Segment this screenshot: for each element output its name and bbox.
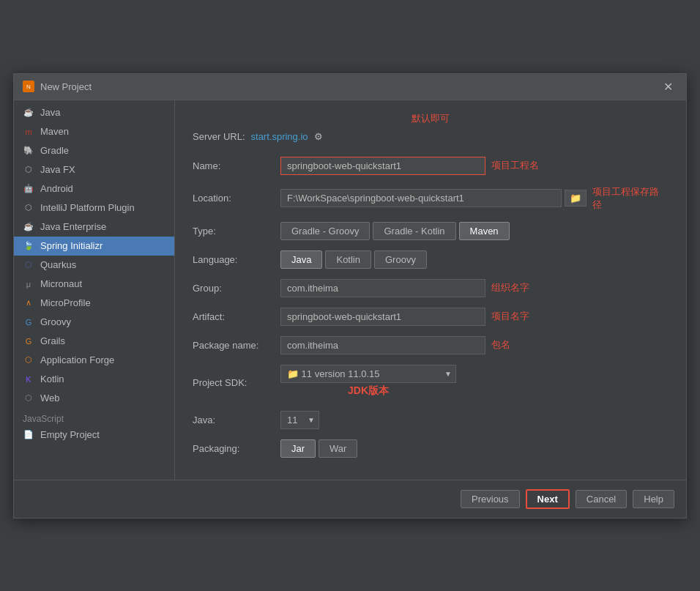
artifact-input[interactable] [280,308,485,326]
folder-button[interactable]: 📁 [565,190,587,207]
previous-button[interactable]: Previous [461,490,520,508]
sidebar: ☕JavamMaven🐘Gradle⬡Java FX🤖Android⬡Intel… [14,100,175,480]
intellij-icon: ⬡ [23,202,34,214]
server-url-link[interactable]: start.spring.io [251,131,308,142]
sidebar-item-maven[interactable]: mMaven [14,122,174,141]
sidebar-item-android[interactable]: 🤖Android [14,179,174,198]
sidebar-section-javascript: JavaScript [14,408,174,425]
quarkus-icon: ⬡ [23,259,34,271]
type-maven[interactable]: Maven [459,222,510,240]
android-icon: 🤖 [23,183,34,195]
sidebar-item-quarkus[interactable]: ⬡Quarkus [14,256,174,275]
sidebar-item-java[interactable]: ☕Java [14,103,174,122]
sidebar-label-groovy: Groovy [40,316,71,327]
location-input[interactable] [280,189,562,207]
sdk-select-wrapper: 📁 11 version 11.0.15 [280,365,456,383]
sidebar-label-gradle: Gradle [40,145,69,156]
next-button[interactable]: Next [526,489,570,509]
title-bar: N New Project ✕ [14,74,686,100]
artifact-annotation: 项目名字 [491,310,529,323]
gradle-icon: 🐘 [23,145,34,157]
sidebar-item-grails[interactable]: GGrails [14,332,174,351]
sidebar-item-microprofile[interactable]: ∧MicroProfile [14,294,174,313]
location-annotation: 项目工程保存路径 [592,185,669,212]
language-button-group: Java Kotlin Groovy [280,250,427,269]
artifact-field-wrapper: 项目名字 [280,308,669,326]
javafx-icon: ⬡ [23,164,34,176]
main-content: 默认即可 Server URL: start.spring.io ⚙ Name:… [175,100,686,480]
jdk-annotation: JDK版本 [280,384,456,398]
server-url-row: Server URL: start.spring.io ⚙ [193,131,669,142]
packaging-button-group: Jar War [280,439,357,458]
sidebar-item-groovy[interactable]: GGroovy [14,313,174,332]
maven-icon: m [23,126,34,138]
group-input[interactable] [280,279,485,297]
location-label: Location: [193,193,280,204]
group-annotation: 组织名字 [491,281,529,294]
appforge-icon: ⬡ [23,354,34,366]
sidebar-label-appforge: Application Forge [40,354,114,365]
sidebar-item-kotlin[interactable]: KKotlin [14,370,174,389]
package-field-wrapper: 包名 [280,336,669,354]
packaging-jar[interactable]: Jar [280,439,316,458]
help-button[interactable]: Help [633,490,674,508]
sdk-select[interactable]: 📁 11 version 11.0.15 [280,365,456,383]
groovy-icon: G [23,316,34,328]
server-url-label: Server URL: [193,131,245,142]
sidebar-item-micronaut[interactable]: μMicronaut [14,275,174,294]
new-project-dialog: N New Project ✕ ☕JavamMaven🐘Gradle⬡Java … [13,73,687,518]
name-label: Name: [193,160,280,171]
sidebar-label-enterprise: Java Enterprise [40,221,106,232]
microprofile-icon: ∧ [23,297,34,309]
java-row: Java: 11 17 [193,411,669,429]
sidebar-item-spring[interactable]: 🍃Spring Initializr [14,237,174,256]
sidebar-label-maven: Maven [40,126,69,137]
java-select[interactable]: 11 17 [280,411,319,429]
sidebar-label-microprofile: MicroProfile [40,297,91,308]
language-java[interactable]: Java [280,250,322,269]
language-groovy[interactable]: Groovy [374,250,427,269]
package-label: Package name: [193,340,280,351]
packaging-label: Packaging: [193,443,280,454]
sidebar-item-enterprise[interactable]: ☕Java Enterprise [14,218,174,237]
empty-icon: 📄 [23,429,34,441]
packaging-row: Packaging: Jar War [193,439,669,458]
sidebar-item-javafx[interactable]: ⬡Java FX [14,160,174,179]
java-icon: ☕ [23,107,34,119]
close-button[interactable]: ✕ [659,78,677,95]
sidebar-item-web[interactable]: ⬡Web [14,389,174,408]
location-field-wrapper: 📁 项目工程保存路径 [280,185,669,212]
dialog-body: ☕JavamMaven🐘Gradle⬡Java FX🤖Android⬡Intel… [14,100,686,480]
name-row: Name: 项目工程名 [193,157,669,175]
svg-text:N: N [26,83,31,90]
type-gradle-kotlin[interactable]: Gradle - Kotlin [373,222,455,240]
artifact-row: Artifact: 项目名字 [193,308,669,326]
language-kotlin[interactable]: Kotlin [325,250,371,269]
sidebar-label-android: Android [40,183,73,194]
gear-icon[interactable]: ⚙ [314,131,323,142]
sidebar-item-empty[interactable]: 📄Empty Project [14,425,174,445]
sidebar-label-javafx: Java FX [40,164,75,175]
sidebar-label-intellij: IntelliJ Platform Plugin [40,202,135,213]
sidebar-label-web: Web [40,393,60,404]
sidebar-label-java: Java [40,107,60,118]
packaging-war[interactable]: War [319,439,357,458]
sidebar-item-appforge[interactable]: ⬡Application Forge [14,351,174,370]
sidebar-item-intellij[interactable]: ⬡IntelliJ Platform Plugin [14,198,174,218]
java-select-wrapper: 11 17 [280,411,319,429]
micronaut-icon: μ [23,278,34,290]
type-button-group: Gradle - Groovy Gradle - Kotlin Maven [280,222,510,240]
package-input[interactable] [280,336,485,354]
bottom-bar: Previous Next Cancel Help [14,480,686,518]
sidebar-label-micronaut: Micronaut [40,278,82,289]
default-annotation: 默认即可 [193,112,669,125]
cancel-button[interactable]: Cancel [576,490,627,508]
sidebar-item-gradle[interactable]: 🐘Gradle [14,141,174,160]
name-input[interactable] [280,157,485,175]
type-gradle-groovy[interactable]: Gradle - Groovy [280,222,370,240]
title-bar-left: N New Project [23,81,92,92]
group-label: Group: [193,283,280,294]
sidebar-label-quarkus: Quarkus [40,259,76,270]
group-row: Group: 组织名字 [193,279,669,297]
package-row: Package name: 包名 [193,336,669,354]
